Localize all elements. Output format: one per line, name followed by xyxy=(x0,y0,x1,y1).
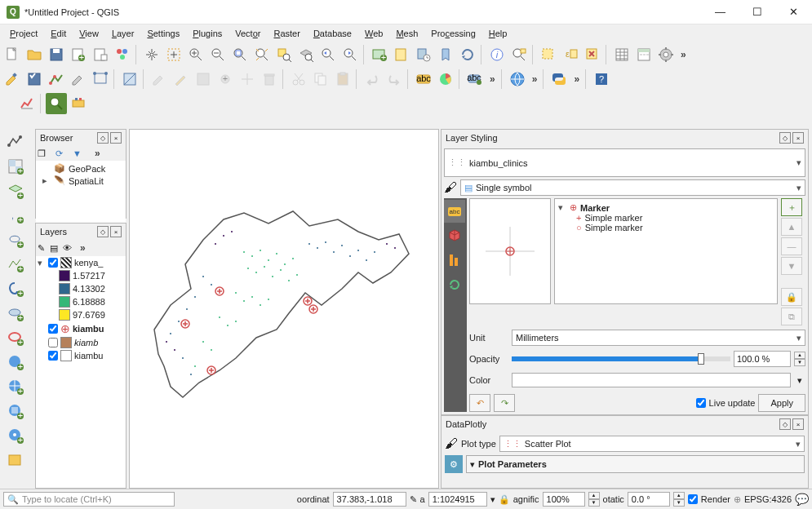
tab-3d[interactable] xyxy=(444,224,465,247)
select-features-button[interactable] xyxy=(538,44,559,65)
style-manager-button[interactable] xyxy=(112,44,133,65)
add-raster-button[interactable]: + xyxy=(2,155,29,178)
layer-visibility-icon[interactable]: 👁 xyxy=(63,243,72,253)
identify-button[interactable]: i xyxy=(486,44,508,65)
layers-undock-button[interactable]: ◇ xyxy=(97,226,109,237)
styling-close-button[interactable]: × xyxy=(792,132,804,144)
layer-class-1[interactable]: 1.57217 xyxy=(36,269,126,282)
layers-tree[interactable]: ▾kenya_ 1.57217 4.13302 6.18888 97.6769 … xyxy=(36,256,126,488)
field-calculator-button[interactable] xyxy=(633,44,654,65)
attribute-table-button[interactable] xyxy=(611,44,632,65)
layer-kenya[interactable]: ▾kenya_ xyxy=(36,256,126,269)
toggle-edit-button[interactable] xyxy=(171,69,192,90)
zoom-out-button[interactable] xyxy=(207,44,229,65)
color-picker[interactable] xyxy=(512,373,791,387)
add-mesh-button[interactable]: + xyxy=(2,179,29,202)
messages-icon[interactable]: 💬 xyxy=(795,493,809,506)
browser-close-button[interactable]: × xyxy=(110,132,122,144)
add-oracle-button[interactable]: + xyxy=(2,326,29,349)
browser-undock-button[interactable]: ◇ xyxy=(97,132,109,144)
mag-up[interactable]: ▲ xyxy=(588,492,600,499)
plot-params-header[interactable]: ▾Plot Parameters xyxy=(466,455,805,473)
rot-down[interactable]: ▼ xyxy=(673,499,685,507)
edits-button[interactable] xyxy=(2,69,23,90)
temporal-controller-button[interactable] xyxy=(413,44,434,65)
magnifier-field[interactable]: 100% xyxy=(543,492,585,507)
processing-toolbox-button[interactable] xyxy=(655,44,677,65)
current-edits-button[interactable] xyxy=(149,69,170,90)
menu-edit[interactable]: Edit xyxy=(44,27,73,40)
extents-icon[interactable]: ✎ xyxy=(410,494,417,505)
layer-class-4[interactable]: 97.6769 xyxy=(36,308,126,321)
metasearch-button[interactable] xyxy=(507,69,528,90)
browser-tree[interactable]: 📦GeoPack ▸🪶SpatiaLit xyxy=(36,161,126,232)
menu-view[interactable]: View xyxy=(73,27,105,40)
menu-database[interactable]: Database xyxy=(307,27,358,40)
attribute-action-button[interactable] xyxy=(508,44,530,65)
save-edits-button[interactable] xyxy=(193,69,214,90)
plotly-undock-button[interactable]: ◇ xyxy=(779,418,791,430)
layer-kiamb-2[interactable]: kiamb xyxy=(36,336,126,349)
toolbar2-overflow-2[interactable]: » xyxy=(529,73,541,85)
opacity-value[interactable]: 100.0 % xyxy=(734,351,791,367)
new-geopackage-button[interactable] xyxy=(2,449,29,471)
advanced-digitize-button[interactable] xyxy=(119,69,140,90)
python-console-button[interactable] xyxy=(548,69,570,90)
paintbrush-icon[interactable]: 🖌 xyxy=(444,180,457,195)
lock-scale-icon[interactable]: 🔒 xyxy=(499,494,510,505)
undo-button[interactable] xyxy=(362,69,383,90)
add-postgis-button[interactable]: + xyxy=(2,277,29,300)
tree-item-geopackage[interactable]: 📦GeoPack xyxy=(38,162,124,175)
chart-tool-button[interactable] xyxy=(16,93,38,114)
layer-kiambu-clinics[interactable]: ⊕kiambu xyxy=(36,321,126,336)
crs-label[interactable]: EPSG:4326 xyxy=(744,494,792,504)
vertex-tool-button[interactable] xyxy=(46,69,67,90)
menu-layer[interactable]: Layer xyxy=(105,27,141,40)
change-label-button[interactable]: abc xyxy=(464,69,486,90)
add-layer-icon[interactable]: ❐ xyxy=(38,148,46,159)
menu-plugins[interactable]: Plugins xyxy=(186,27,229,40)
toggle-editing-button[interactable] xyxy=(68,69,89,90)
layer-kiambu-checkbox[interactable] xyxy=(48,324,58,334)
cut-features-button[interactable] xyxy=(288,69,309,90)
new-spatial-bookmark-button[interactable] xyxy=(391,44,412,65)
layer-style-icon[interactable]: ✎ xyxy=(38,243,45,254)
add-wcs-button[interactable]: + xyxy=(2,400,29,423)
move-up-button[interactable]: ▲ xyxy=(781,218,802,236)
color-dropdown[interactable]: ▾ xyxy=(794,375,805,386)
tab-history[interactable] xyxy=(444,249,465,272)
zoom-last-button[interactable] xyxy=(317,44,339,65)
select-by-value-button[interactable]: ε xyxy=(560,44,581,65)
tree-item-spatialite[interactable]: ▸🪶SpatiaLit xyxy=(38,175,124,187)
styling-undock-button[interactable]: ◇ xyxy=(779,132,791,144)
menu-vector[interactable]: Vector xyxy=(229,27,267,40)
layer-kenya-checkbox[interactable] xyxy=(48,258,58,268)
layer-class-3[interactable]: 6.18888 xyxy=(36,295,126,308)
help-button[interactable]: ? xyxy=(591,69,612,90)
move-feature-button[interactable] xyxy=(237,69,258,90)
toolbar2-overflow-3[interactable]: » xyxy=(570,73,583,85)
zoom-native-button[interactable] xyxy=(229,44,251,65)
menu-raster[interactable]: Raster xyxy=(267,27,306,40)
duplicate-layer-button[interactable]: ⧉ xyxy=(781,308,802,325)
plugin-tool-button[interactable] xyxy=(68,93,89,114)
new-project-button[interactable] xyxy=(2,44,23,65)
menu-mesh[interactable]: Mesh xyxy=(389,27,424,40)
add-mssql-button[interactable]: + xyxy=(2,302,29,325)
locator-input[interactable]: 🔍 Type to locate (Ctrl+K) xyxy=(3,492,175,507)
zoom-layer-button[interactable] xyxy=(295,44,317,65)
layers-close-button[interactable]: × xyxy=(110,226,122,237)
toolbar1-overflow[interactable]: » xyxy=(677,49,690,60)
zoom-next-button[interactable] xyxy=(339,44,361,65)
styling-redo-button[interactable]: ↷ xyxy=(494,394,515,412)
scale-dropdown[interactable]: ▾ xyxy=(490,494,495,505)
add-feature-button[interactable]: + xyxy=(215,69,236,90)
render-checkbox[interactable] xyxy=(688,494,698,504)
add-wfs-button[interactable]: + xyxy=(2,424,29,447)
maximize-button[interactable]: ☐ xyxy=(739,0,775,24)
menu-processing[interactable]: Processing xyxy=(424,27,481,40)
opacity-slider[interactable] xyxy=(512,356,730,361)
renderer-select[interactable]: ▤ Single symbol ▾ xyxy=(460,179,805,196)
unit-select[interactable]: Millimeters▾ xyxy=(512,330,805,346)
refresh-button[interactable] xyxy=(457,44,478,65)
